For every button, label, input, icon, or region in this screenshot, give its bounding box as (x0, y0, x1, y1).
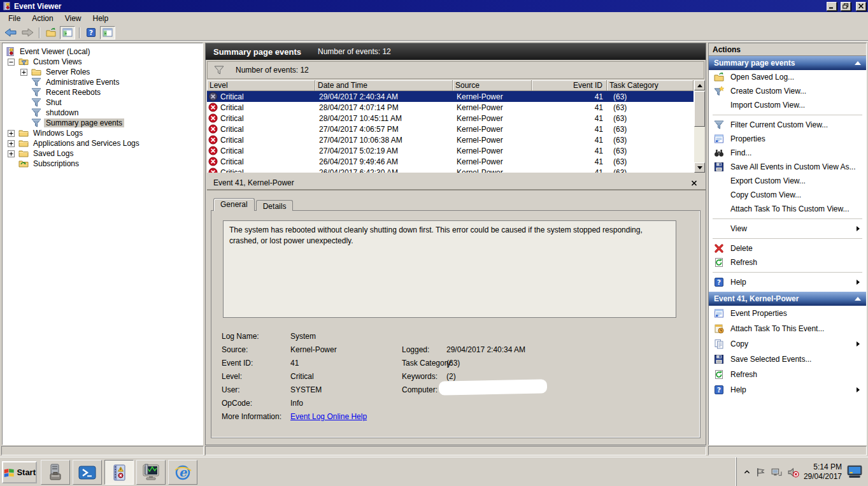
column-level[interactable]: Level (207, 80, 315, 91)
action-export-custom-view[interactable]: Export Custom View... (709, 174, 866, 188)
filter-bar[interactable]: Number of events: 12 (207, 61, 704, 79)
action-attach-task-custom-view[interactable]: Attach Task To This Custom View... (709, 202, 866, 216)
menu-help[interactable]: Help (87, 13, 115, 24)
action-open-saved-log[interactable]: Open Saved Log... (709, 70, 866, 84)
tree-item-custom-views[interactable]: Custom Views (3, 57, 203, 67)
taskbar-button-internet-explorer[interactable] (168, 460, 197, 485)
collapse-icon[interactable] (8, 59, 15, 66)
column-date-time[interactable]: Date and Time (315, 80, 453, 91)
column-task-category[interactable]: Task Category (607, 80, 694, 91)
export-log-button[interactable] (43, 26, 59, 39)
start-button[interactable]: Start (2, 461, 37, 483)
action-save-selected-events[interactable]: Save Selected Events... (709, 352, 866, 367)
minimize-button[interactable] (827, 2, 837, 11)
actions-separator (713, 238, 862, 239)
menu-file[interactable]: File (3, 13, 26, 24)
taskbar-button-server-manager[interactable] (41, 460, 70, 485)
action-delete[interactable]: Delete (709, 241, 866, 255)
close-button[interactable] (856, 2, 866, 11)
action-copy[interactable]: Copy (709, 336, 866, 352)
action-help-event[interactable]: Help (709, 382, 866, 397)
action-filter-current-custom-view[interactable]: Filter Current Custom View... (709, 118, 866, 132)
taskbar-button-event-viewer[interactable] (104, 460, 134, 485)
restore-button[interactable] (841, 2, 851, 11)
column-source[interactable]: Source (453, 80, 532, 91)
tree-item-administrative-events[interactable]: Administrative Events (3, 77, 203, 87)
collapse-arrow-icon (855, 297, 861, 301)
event-description: The system has rebooted without cleanly … (223, 220, 676, 318)
scroll-down-button[interactable] (694, 162, 705, 173)
action-find[interactable]: Find... (709, 146, 866, 160)
show-action-pane-button[interactable] (100, 26, 115, 39)
table-row[interactable]: Critical 26/04/2017 6:42:30 AM Kernel-Po… (207, 167, 694, 173)
action-create-custom-view[interactable]: Create Custom View... (709, 84, 866, 98)
tree-item-recent-reebots[interactable]: Recent Reebots (3, 87, 203, 97)
action-save-all-events[interactable]: Save All Events in Custom View As... (709, 160, 866, 174)
column-event-id[interactable]: Event ID (532, 80, 607, 91)
table-row[interactable]: Critical 27/04/2017 10:06:38 AM Kernel-P… (207, 134, 694, 145)
status-bar-segment (1, 446, 204, 455)
remote-desktop-monitor-icon[interactable] (846, 464, 863, 480)
preview-close-button[interactable] (689, 178, 699, 188)
volume-muted-icon[interactable] (787, 467, 799, 478)
forward-button[interactable] (20, 26, 35, 39)
menu-action[interactable]: Action (26, 13, 59, 24)
window-title: Event Viewer (14, 2, 824, 11)
action-center-flag-icon[interactable] (755, 467, 766, 478)
action-import-custom-view[interactable]: Import Custom View... (709, 98, 866, 112)
level-label: Level: (222, 372, 242, 381)
help-icon (86, 27, 96, 38)
tree-item-subscriptions[interactable]: Subscriptions (3, 159, 203, 169)
table-row[interactable]: Critical 27/04/2017 4:06:57 PM Kernel-Po… (207, 124, 694, 134)
create-filter-icon (714, 86, 724, 96)
actions-group-event-41[interactable]: Event 41, Kernel-Power (709, 292, 866, 306)
tree-item-shut[interactable]: Shut (3, 97, 203, 108)
scrollbar-thumb[interactable] (694, 91, 705, 127)
action-attach-task-to-event[interactable]: Attach Task To This Event... (709, 321, 866, 336)
expand-icon[interactable] (20, 69, 27, 76)
expand-icon[interactable] (8, 130, 15, 137)
action-refresh[interactable]: Refresh (709, 255, 866, 269)
action-refresh-event[interactable]: Refresh (709, 367, 866, 382)
action-help[interactable]: Help (709, 275, 866, 289)
back-button[interactable] (3, 26, 18, 39)
taskbar-clock[interactable]: 5:14 PM 29/04/2017 (804, 462, 842, 482)
scroll-up-button[interactable] (694, 80, 705, 90)
event-log-online-help-link[interactable]: Event Log Online Help (290, 412, 367, 421)
table-row[interactable]: Critical 29/04/2017 2:40:34 AM Kernel-Po… (207, 91, 694, 102)
action-event-properties[interactable]: Event Properties (709, 306, 866, 321)
table-row[interactable]: Critical 28/04/2017 10:45:11 AM Kernel-P… (207, 113, 694, 124)
tab-general[interactable]: General (213, 198, 255, 211)
action-copy-custom-view[interactable]: Copy Custom View... (709, 188, 866, 202)
server-manager-icon (46, 463, 65, 482)
tree-item-saved-logs[interactable]: Saved Logs (3, 148, 203, 159)
tree-item-event-viewer-local[interactable]: Event Viewer (Local) (3, 46, 203, 57)
table-row[interactable]: Critical 27/04/2017 5:02:19 AM Kernel-Po… (207, 145, 694, 156)
tree-item-windows-logs[interactable]: Windows Logs (3, 128, 203, 138)
expand-icon[interactable] (8, 150, 15, 157)
show-console-tree-button[interactable] (60, 26, 75, 39)
tree-item-applications-services-logs[interactable]: Applications and Services Logs (3, 138, 203, 148)
taskbar-button-performance-monitor[interactable] (136, 460, 166, 485)
tree-item-server-roles[interactable]: Server Roles (3, 67, 203, 77)
action-properties[interactable]: Properties (709, 132, 866, 146)
tree-item-shutdown[interactable]: shutdown (3, 108, 203, 118)
task-category-label: Task Category: (402, 359, 453, 368)
general-tab-panel: The system has rebooted without cleanly … (211, 210, 701, 438)
menu-view[interactable]: View (59, 13, 87, 24)
network-icon[interactable] (771, 467, 783, 478)
table-row[interactable]: Critical 26/04/2017 9:49:46 AM Kernel-Po… (207, 156, 694, 167)
open-folder-icon (46, 27, 56, 38)
tree-item-summary-page-events[interactable]: Summary page events (3, 118, 203, 128)
taskbar-button-powershell[interactable] (73, 460, 102, 485)
vertical-scrollbar[interactable] (694, 80, 704, 173)
tab-details[interactable]: Details (256, 200, 294, 211)
help-button[interactable] (83, 26, 99, 39)
opcode-value: Info (290, 399, 303, 408)
actions-group-summary-page-events[interactable]: Summary page events (709, 56, 866, 70)
expand-icon[interactable] (8, 140, 15, 147)
action-view[interactable]: View (709, 222, 866, 236)
table-row[interactable]: Critical 28/04/2017 4:07:14 PM Kernel-Po… (207, 102, 694, 113)
show-hidden-icons-chevron[interactable] (743, 468, 751, 476)
computer-label: Computer: (402, 385, 438, 394)
